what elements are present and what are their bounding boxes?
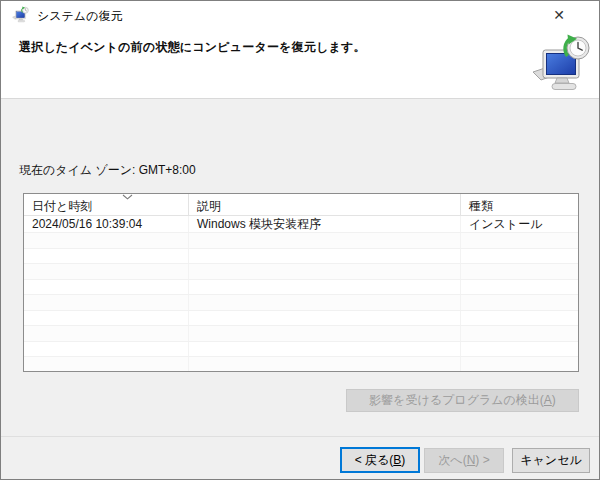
cell-empty — [188, 357, 460, 372]
button-mnemonic: N — [467, 453, 476, 467]
timezone-label: 現在のタイム ゾーン: GMT+8:00 — [19, 162, 196, 179]
cell-empty — [24, 280, 188, 295]
button-label: < 戻る( — [355, 453, 394, 467]
system-restore-window: システムの復元 ✕ 選択したイベントの前の状態にコンピューターを復元します。 現… — [0, 0, 600, 480]
button-label: ) — [552, 393, 556, 407]
cell-empty — [188, 264, 460, 279]
restore-points-table-body: 2024/05/16 10:39:04Windows 模块安装程序インストール — [24, 216, 578, 372]
system-restore-app-icon — [12, 6, 29, 23]
cell-description: Windows 模块安装程序 — [188, 216, 460, 232]
cell-empty — [460, 280, 578, 295]
cell-type: インストール — [460, 216, 578, 232]
titlebar: システムの復元 ✕ — [1, 1, 599, 29]
scan-affected-programs-button[interactable]: 影響を受けるプログラムの検出(A) — [346, 389, 579, 412]
button-mnemonic: A — [544, 393, 552, 407]
table-row-empty[interactable] — [24, 311, 578, 327]
cell-empty — [24, 249, 188, 264]
cell-empty — [188, 295, 460, 310]
table-row-empty[interactable] — [24, 342, 578, 358]
table-row-empty[interactable] — [24, 295, 578, 311]
cell-empty — [24, 326, 188, 341]
computer-with-restore-clock-icon — [531, 31, 591, 95]
table-row[interactable]: 2024/05/16 10:39:04Windows 模块安装程序インストール — [24, 216, 578, 233]
cell-empty — [188, 280, 460, 295]
cell-empty — [24, 311, 188, 326]
column-header-type[interactable]: 種類 — [460, 194, 578, 215]
cell-empty — [460, 326, 578, 341]
column-header-label: 種類 — [469, 199, 493, 213]
column-header-description[interactable]: 説明 — [188, 194, 460, 215]
cell-empty — [460, 233, 578, 248]
back-button[interactable]: < 戻る(B) — [340, 447, 420, 473]
cell-empty — [460, 295, 578, 310]
wizard-button-bar: < 戻る(B) 次へ(N) > キャンセル — [1, 436, 599, 479]
button-label: ) > — [475, 453, 489, 467]
next-button[interactable]: 次へ(N) > — [424, 448, 504, 473]
cell-empty — [24, 233, 188, 248]
table-header-row: 日付と時刻 説明 種類 — [24, 194, 578, 216]
cell-empty — [188, 326, 460, 341]
cell-empty — [460, 311, 578, 326]
cell-empty — [460, 357, 578, 372]
cell-empty — [460, 264, 578, 279]
button-label: ) — [401, 453, 405, 467]
cell-empty — [460, 342, 578, 357]
cell-empty — [24, 357, 188, 372]
table-row-empty[interactable] — [24, 249, 578, 265]
table-row-empty[interactable] — [24, 280, 578, 296]
wizard-header: システムの復元 ✕ 選択したイベントの前の状態にコンピューターを復元します。 — [1, 1, 599, 99]
instruction-text: 選択したイベントの前の状態にコンピューターを復元します。 — [19, 39, 366, 56]
button-label: 次へ( — [438, 453, 466, 467]
cell-empty — [24, 342, 188, 357]
column-header-label: 日付と時刻 — [32, 199, 92, 213]
cell-empty — [24, 295, 188, 310]
cell-empty — [188, 233, 460, 248]
cell-empty — [460, 249, 578, 264]
column-header-date-time[interactable]: 日付と時刻 — [24, 194, 188, 215]
cell-empty — [188, 249, 460, 264]
table-row-empty[interactable] — [24, 357, 578, 372]
cell-datetime: 2024/05/16 10:39:04 — [24, 216, 188, 232]
close-icon: ✕ — [553, 7, 565, 23]
cell-empty — [24, 264, 188, 279]
restore-points-table: 日付と時刻 説明 種類 2024/05/16 10:39:04Windows 模… — [23, 193, 579, 372]
table-row-empty[interactable] — [24, 233, 578, 249]
window-title: システムの復元 — [37, 8, 122, 25]
cancel-button[interactable]: キャンセル — [512, 448, 590, 473]
chevron-down-icon — [122, 194, 133, 200]
button-label: キャンセル — [520, 453, 581, 467]
cell-empty — [188, 342, 460, 357]
table-row-empty[interactable] — [24, 326, 578, 342]
close-button[interactable]: ✕ — [543, 3, 575, 27]
button-label: 影響を受けるプログラムの検出( — [369, 393, 544, 407]
cell-empty — [188, 311, 460, 326]
column-header-label: 説明 — [197, 199, 221, 213]
table-row-empty[interactable] — [24, 264, 578, 280]
